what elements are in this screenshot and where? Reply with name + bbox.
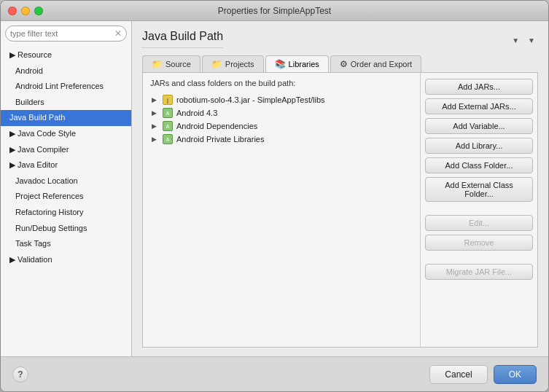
tree-label-android-deps: Android Dependencies	[176, 122, 257, 130]
tree-arrow-android-deps: ▶	[152, 122, 162, 130]
tab-projects[interactable]: 📁 Projects	[202, 55, 264, 72]
sidebar-item-java-compiler[interactable]: ▶ Java Compiler	[1, 142, 131, 158]
main-content: ✕ ▶ Resource Android Android Lint Prefer…	[1, 21, 548, 356]
window-controls	[8, 7, 43, 15]
help-button[interactable]: ?	[12, 366, 28, 383]
jar-icon-robotium: j	[162, 95, 174, 105]
search-box[interactable]: ✕	[5, 26, 127, 42]
tab-source-label: Source	[166, 60, 191, 68]
order-export-tab-icon: ⚙	[340, 59, 348, 69]
sidebar-item-java-code-style[interactable]: ▶ Java Code Style	[1, 126, 131, 142]
tab-libraries-label: Libraries	[289, 60, 319, 68]
footer-buttons: Cancel OK	[429, 365, 537, 384]
add-jars-button[interactable]: Add JARs...	[425, 79, 533, 95]
remove-button[interactable]: Remove	[425, 235, 533, 251]
tab-order-export-label: Order and Export	[351, 60, 412, 68]
tree-arrow-android-private: ▶	[152, 136, 162, 143]
edit-button[interactable]: Edit...	[425, 215, 533, 231]
sidebar-item-task-tags[interactable]: Task Tags	[1, 236, 131, 252]
tree-item-android-deps[interactable]: ▶ A Android Dependencies	[149, 119, 414, 133]
sidebar-item-java-editor[interactable]: ▶ Java Editor	[1, 157, 131, 173]
ok-button[interactable]: OK	[494, 365, 537, 384]
tab-libraries[interactable]: 📚 Libraries	[265, 55, 329, 72]
sidebar-item-builders[interactable]: Builders	[1, 95, 131, 111]
lib-icon-android-private: A	[162, 134, 174, 144]
expand-toolbar-button[interactable]: ▼	[525, 35, 538, 46]
tree-item-android43[interactable]: ▶ A Android 4.3	[149, 106, 414, 119]
sidebar-item-javadoc[interactable]: Javadoc Location	[1, 173, 131, 189]
clear-search-icon[interactable]: ✕	[114, 29, 122, 38]
tree-item-robotium[interactable]: ▶ j robotium-solo-4.3.jar - SimpleAppTes…	[149, 93, 414, 106]
tree-label-android-private: Android Private Libraries	[176, 135, 264, 144]
add-external-jars-button[interactable]: Add External JARs...	[425, 98, 533, 114]
cancel-button[interactable]: Cancel	[429, 365, 487, 384]
sidebar-item-android[interactable]: Android	[1, 63, 131, 79]
jars-label: JARs and class folders on the build path…	[149, 79, 414, 87]
sidebar-item-resource[interactable]: ▶ Resource	[1, 47, 131, 63]
sidebar-item-project-refs[interactable]: Project References	[1, 189, 131, 205]
search-input[interactable]	[10, 29, 114, 38]
lib-icon-android43: A	[162, 108, 174, 118]
add-library-button[interactable]: Add Library...	[425, 138, 533, 154]
panel-title: Java Build Path	[142, 30, 223, 48]
migrate-jar-button[interactable]: Migrate JAR File...	[425, 264, 533, 280]
tree-label-robotium: robotium-solo-4.3.jar - SimpleAppTest/li…	[176, 95, 325, 104]
tree-area: JARs and class folders on the build path…	[143, 73, 421, 347]
add-variable-button[interactable]: Add Variable...	[425, 118, 533, 134]
tab-source[interactable]: 📁 Source	[142, 55, 200, 72]
sidebar-items: ▶ Resource Android Android Lint Preferen…	[1, 46, 131, 356]
content-area: JARs and class folders on the build path…	[142, 72, 538, 348]
minimize-button[interactable]	[21, 7, 30, 15]
sidebar-item-validation[interactable]: ▶ Validation	[1, 252, 131, 268]
source-tab-icon: 📁	[152, 59, 163, 69]
sidebar-item-run-debug[interactable]: Run/Debug Settings	[1, 221, 131, 237]
tree-arrow-robotium: ▶	[152, 96, 162, 103]
title-bar: Properties for SimpleAppTest	[1, 1, 548, 21]
tabs-row: 📁 Source 📁 Projects 📚 Libraries ⚙ Order …	[142, 55, 538, 72]
projects-tab-icon: 📁	[211, 59, 222, 69]
sidebar: ✕ ▶ Resource Android Android Lint Prefer…	[1, 21, 132, 356]
libraries-tab-icon: 📚	[275, 59, 286, 69]
dialog: Properties for SimpleAppTest ✕ ▶ Resourc…	[0, 0, 549, 392]
tab-projects-label: Projects	[225, 60, 254, 68]
maximize-button[interactable]	[34, 7, 43, 15]
lib-icon-android-deps: A	[162, 121, 174, 131]
sidebar-item-refactoring[interactable]: Refactoring History	[1, 205, 131, 221]
add-external-class-folder-button[interactable]: Add External Class Folder...	[425, 177, 533, 202]
tab-order-export[interactable]: ⚙ Order and Export	[330, 55, 421, 72]
close-button[interactable]	[8, 7, 17, 15]
buttons-panel: Add JARs... Add External JARs... Add Var…	[421, 73, 537, 347]
footer: ? Cancel OK	[1, 356, 548, 391]
collapse-toolbar-button[interactable]: ▼	[509, 35, 522, 46]
sidebar-item-java-build-path[interactable]: Java Build Path	[1, 110, 131, 126]
window-title: Properties for SimpleAppTest	[218, 6, 331, 16]
add-class-folder-button[interactable]: Add Class Folder...	[425, 157, 533, 173]
tree-arrow-android43: ▶	[152, 109, 162, 117]
right-panel: Java Build Path ▼ ▼ 📁 Source 📁 Projects …	[132, 21, 548, 356]
sidebar-item-android-lint[interactable]: Android Lint Preferences	[1, 79, 131, 95]
tree-item-android-private[interactable]: ▶ A Android Private Libraries	[149, 133, 414, 146]
tree-label-android43: Android 4.3	[176, 109, 217, 117]
